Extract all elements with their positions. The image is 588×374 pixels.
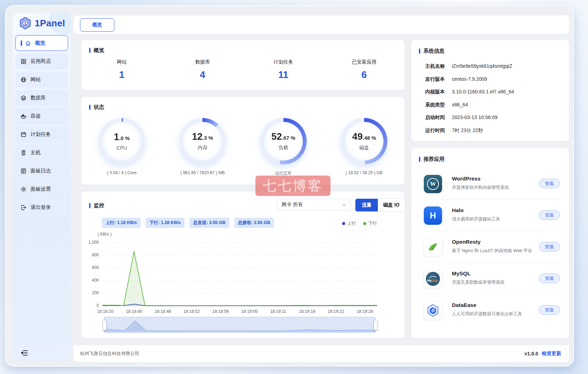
- overview-stat[interactable]: 计划任务 11: [243, 59, 324, 80]
- toggle-button[interactable]: 磁盘 IO: [378, 199, 405, 211]
- sidebar-item[interactable]: 计划任务: [15, 126, 68, 142]
- gauge: 1.0 % CPU ( 0.04 / 4 ) Core: [81, 118, 162, 176]
- host-icon: [20, 150, 27, 156]
- status-gauges: 1.0 % CPU ( 0.04 / 4 ) Core 12.3 % 内存: [81, 118, 405, 176]
- tab-overview[interactable]: 概览: [80, 18, 114, 32]
- x-tick-label: 18:18:20: [97, 309, 113, 314]
- gauge-subtext: 运行正常: [275, 170, 292, 176]
- status-title: 状态: [89, 104, 104, 111]
- app-divider: [420, 231, 561, 231]
- info-value: iZm5e8e59yxk61q4smtgqiZ: [452, 63, 512, 70]
- stat-value: 11: [243, 70, 324, 80]
- stat-label: 计划任务: [243, 59, 324, 65]
- gauge-ring: 49.48 % 磁盘: [341, 118, 387, 164]
- svg-text:1: 1: [24, 21, 26, 26]
- app-row: W WordPress 开源博客软件和内容管理系统 安装: [411, 168, 569, 199]
- sidebar-item[interactable]: 容器: [15, 108, 68, 124]
- app-row: H Halo 强大易用的开源建站工具 安装: [411, 199, 569, 231]
- info-value: 7时 23分 22秒: [452, 127, 483, 134]
- system-info-title: 系统信息: [419, 48, 445, 54]
- dataease-icon: [423, 301, 442, 320]
- app-description: 基于 Nginx 和 LuaJIT 的高性能 Web 平台: [452, 248, 532, 254]
- stat-value: 6: [324, 70, 405, 80]
- app-divider: [420, 294, 561, 294]
- footer-company: 杭州飞致云信息科技有限公司: [80, 350, 139, 357]
- monitor-title: 监控: [89, 202, 104, 209]
- traffic-chart: [102, 242, 377, 309]
- halo-icon: H: [423, 206, 442, 225]
- y-tick-label: 600: [78, 265, 99, 270]
- legend-item[interactable]: 上行: [342, 221, 356, 227]
- sidebar-item[interactable]: 主机: [15, 145, 68, 160]
- sidebar-item[interactable]: 退出登录: [15, 199, 68, 215]
- sidebar-item[interactable]: 应用商店: [15, 53, 68, 69]
- stat-label: 已安装应用: [324, 59, 405, 65]
- gauge-percent: 49.48 %: [352, 131, 376, 142]
- calendar-icon: [20, 131, 27, 138]
- home-icon: [25, 40, 31, 46]
- x-tick-label: 18:18:52: [183, 309, 200, 314]
- app-name: MySQL: [452, 270, 470, 277]
- traffic-chip: 总发送: 3.55 GB: [189, 218, 229, 228]
- app-name: DataEase: [452, 302, 476, 308]
- install-button[interactable]: 安装: [539, 305, 560, 315]
- traffic-chip: 总接收: 2.55 GB: [234, 218, 274, 228]
- info-label: 系统类型: [425, 102, 452, 108]
- app-description: 人人可用的开源数据可视化分析工具: [452, 311, 522, 317]
- overview-title: 概览: [89, 47, 104, 54]
- sidebar-item[interactable]: 面板日志: [15, 163, 68, 179]
- gauge-label: 磁盘: [359, 145, 369, 151]
- title-bar-icon: [419, 48, 420, 54]
- check-update-link[interactable]: 检查更新: [542, 350, 561, 357]
- overview-stat[interactable]: 网站 1: [81, 59, 162, 80]
- info-label: 主机名称: [425, 63, 452, 70]
- y-tick-label: 200: [78, 290, 99, 295]
- overview-stat[interactable]: 数据库 4: [162, 59, 243, 80]
- monitor-mode-toggle: 流量 磁盘 IO: [355, 198, 405, 212]
- gauge-percent: 12.3 %: [192, 131, 213, 142]
- datazoom-right-handle[interactable]: [374, 320, 378, 330]
- info-label: 内核版本: [425, 89, 452, 95]
- legend-item[interactable]: 下行: [363, 221, 377, 227]
- gauge-percent: 52.67 %: [271, 131, 295, 142]
- app-name: OpenResty: [452, 239, 481, 245]
- gauge-label: CPU: [116, 145, 127, 151]
- stat-value: 4: [162, 70, 243, 80]
- sidebar-item[interactable]: 网站: [15, 72, 68, 87]
- selected-indicator: [21, 40, 22, 46]
- x-tick-label: 18:19:05: [241, 309, 258, 314]
- select-arrow-icon: [342, 203, 346, 206]
- overview-stat[interactable]: 已安装应用 6: [324, 59, 405, 80]
- install-button[interactable]: 安装: [539, 274, 560, 283]
- mysql-icon: MySQL: [423, 269, 442, 288]
- sidebar-item[interactable]: 面板设置: [15, 181, 68, 197]
- wordpress-icon: W: [423, 175, 442, 193]
- watermark: 七七博客: [255, 176, 330, 196]
- gauge-ring: 52.67 % 负载: [260, 118, 307, 164]
- datazoom-slider[interactable]: [104, 317, 376, 333]
- install-button[interactable]: 安装: [539, 242, 560, 251]
- app-divider: [420, 262, 561, 263]
- info-value: x86_64: [452, 102, 468, 108]
- recommended-apps-title: 推荐应用: [419, 156, 445, 163]
- legend-dot-icon: [342, 222, 345, 225]
- x-tick-label: 18:18:46: [155, 309, 171, 314]
- app-row: DataEase 人人可用的开源数据可视化分析工具 安装: [411, 294, 569, 326]
- gauge-label: 内存: [198, 145, 207, 151]
- title-bar-icon: [89, 105, 91, 110]
- toggle-button[interactable]: 流量: [355, 199, 378, 211]
- datazoom-left-handle[interactable]: [102, 320, 107, 330]
- collapse-sidebar-icon[interactable]: [20, 348, 29, 357]
- app-name: Halo: [452, 207, 464, 214]
- sidebar-item[interactable]: 概览: [15, 35, 68, 51]
- install-button[interactable]: 安装: [539, 210, 560, 220]
- sidebar-item[interactable]: 数据库: [15, 90, 68, 106]
- y-tick-label: 0: [78, 303, 99, 308]
- app-description: 开源博客软件和内容管理系统: [452, 185, 509, 191]
- app-name: WordPress: [452, 176, 481, 182]
- nic-select[interactable]: 网卡 所有: [277, 199, 351, 211]
- install-button[interactable]: 安装: [539, 179, 560, 188]
- system-info-row: 主机名称 iZm5e8e59yxk61q4smtgqiZ: [425, 63, 512, 70]
- app-description: 开源关系型数据库管理系统: [452, 280, 505, 286]
- gauge-ring: 1.0 % CPU: [99, 118, 145, 164]
